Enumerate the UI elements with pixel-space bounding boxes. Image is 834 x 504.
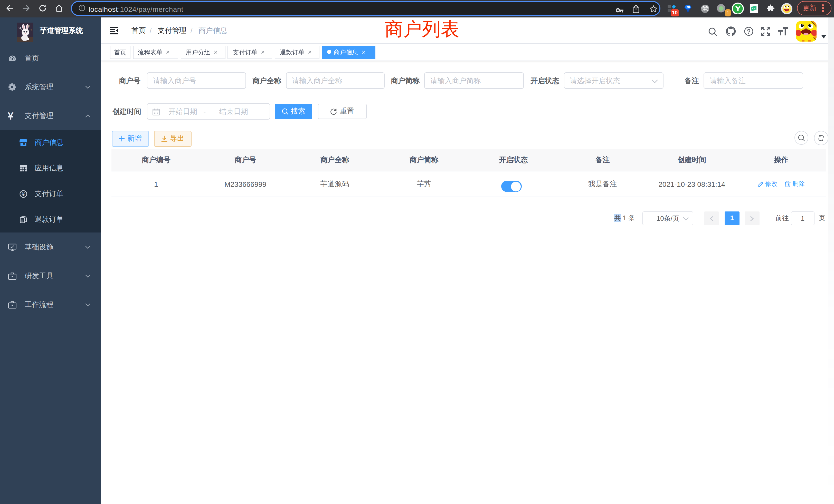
svg-text:¥: ¥: [22, 191, 25, 197]
